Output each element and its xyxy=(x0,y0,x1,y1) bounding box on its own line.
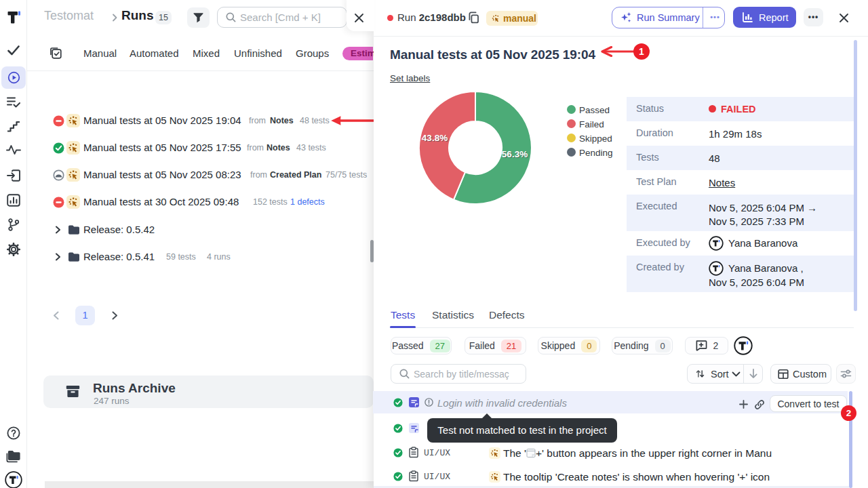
svg-text:56.3%: 56.3% xyxy=(502,149,528,159)
svg-text:43.8%: 43.8% xyxy=(422,133,448,143)
